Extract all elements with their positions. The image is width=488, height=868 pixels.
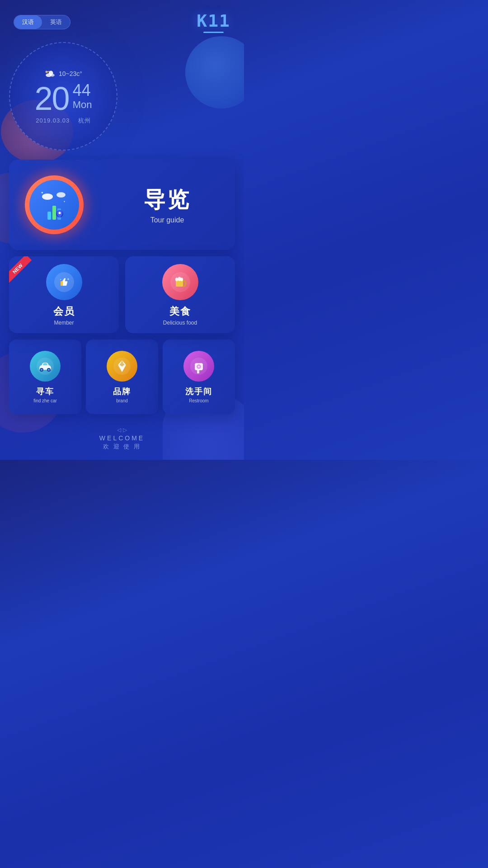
weather-clock-area: 10~23c° 20 44 Mon 2019.03.03 杭州 bbox=[9, 42, 235, 151]
find-car-chinese-label: 寻车 bbox=[36, 386, 54, 397]
time-right: 44 Mon bbox=[73, 82, 92, 115]
weather-icon bbox=[44, 68, 56, 80]
food-icon-circle bbox=[162, 264, 198, 300]
tour-guide-card[interactable]: ✦ ✦ 导览 bbox=[9, 160, 235, 250]
find-car-icon-circle bbox=[30, 351, 61, 382]
tour-text-area: 导览 Tour guide bbox=[99, 185, 235, 224]
svg-text:✦: ✦ bbox=[63, 200, 66, 203]
new-badge bbox=[9, 256, 41, 288]
svg-text:✦: ✦ bbox=[41, 191, 44, 195]
restroom-english-label: Restroom bbox=[189, 398, 208, 403]
restroom-chinese-label: 洗手间 bbox=[185, 386, 212, 397]
app-logo: K11 bbox=[197, 11, 230, 33]
welcome-english: WELCOME bbox=[9, 434, 235, 442]
tour-chinese-label: 导览 bbox=[144, 185, 191, 214]
date-location: 2019.03.03 杭州 bbox=[36, 117, 91, 125]
member-card[interactable]: ✦ ✦ 会员 Member bbox=[9, 256, 119, 333]
food-svg-icon bbox=[169, 271, 191, 293]
restroom-svg-icon bbox=[189, 357, 208, 376]
restroom-card[interactable]: 洗手间 Restroom bbox=[163, 340, 235, 414]
svg-text:✦: ✦ bbox=[67, 278, 70, 281]
find-car-english-label: find zhe car bbox=[33, 398, 57, 403]
brand-card[interactable]: 品牌 brand bbox=[86, 340, 158, 414]
tour-icon-circle: ✦ ✦ bbox=[25, 175, 84, 234]
tour-icon-area: ✦ ✦ bbox=[9, 160, 99, 250]
weather-row: 10~23c° bbox=[44, 68, 82, 80]
lang-english-button[interactable]: 英语 bbox=[42, 15, 70, 29]
date: 2019.03.03 bbox=[36, 117, 70, 124]
minute: 44 bbox=[73, 82, 92, 99]
footer: ◁ ▷ WELCOME 欢 迎 使 用 bbox=[9, 420, 235, 460]
svg-point-34 bbox=[198, 366, 200, 368]
tour-english-label: Tour guide bbox=[150, 216, 184, 224]
tour-icon-inner: ✦ ✦ bbox=[29, 180, 79, 230]
svg-point-21 bbox=[180, 278, 183, 281]
car-svg-icon bbox=[36, 357, 55, 376]
svg-rect-14 bbox=[61, 281, 63, 286]
brand-chinese-label: 品牌 bbox=[113, 386, 131, 397]
member-chinese-label: 会员 bbox=[53, 305, 75, 318]
temperature: 10~23c° bbox=[59, 70, 82, 77]
svg-point-2 bbox=[50, 74, 55, 77]
svg-point-12 bbox=[59, 212, 61, 214]
tour-svg-icon: ✦ ✦ bbox=[36, 187, 72, 223]
bottom-row: 寻车 find zhe car 品牌 brand bbox=[9, 340, 235, 414]
food-english-label: Delicious food bbox=[163, 320, 197, 326]
welcome-chinese: 欢 迎 使 用 bbox=[9, 443, 235, 451]
lang-chinese-button[interactable]: 汉语 bbox=[14, 15, 42, 29]
svg-point-5 bbox=[56, 192, 66, 198]
food-card[interactable]: 美食 Delicious food bbox=[125, 256, 235, 333]
clock-circle: 10~23c° 20 44 Mon 2019.03.03 杭州 bbox=[9, 42, 117, 151]
svg-point-26 bbox=[48, 369, 50, 371]
brand-icon-circle bbox=[107, 351, 137, 382]
brand-english-label: brand bbox=[116, 398, 128, 403]
footer-arrows: ◁ ▷ bbox=[9, 427, 235, 433]
city: 杭州 bbox=[78, 117, 91, 124]
member-english-label: Member bbox=[54, 320, 74, 326]
svg-rect-8 bbox=[47, 212, 51, 220]
main-grid: ✦ ✦ 导览 bbox=[9, 160, 235, 414]
header: 汉语 英语 K11 bbox=[9, 0, 235, 38]
member-svg-icon: ✦ ✦ bbox=[53, 271, 75, 293]
find-car-card[interactable]: 寻车 find zhe car bbox=[9, 340, 81, 414]
svg-point-24 bbox=[41, 369, 42, 371]
language-switcher[interactable]: 汉语 英语 bbox=[14, 15, 70, 29]
member-icon-circle: ✦ ✦ bbox=[46, 264, 82, 300]
hour: 20 bbox=[35, 82, 69, 115]
svg-text:✦: ✦ bbox=[60, 278, 61, 281]
svg-rect-9 bbox=[52, 206, 56, 220]
day-of-week: Mon bbox=[73, 99, 92, 112]
svg-point-3 bbox=[45, 71, 47, 73]
food-chinese-label: 美食 bbox=[169, 305, 191, 318]
svg-point-19 bbox=[175, 278, 178, 281]
time-display: 20 44 Mon bbox=[35, 82, 92, 115]
restroom-icon-circle bbox=[183, 351, 214, 382]
brand-svg-icon bbox=[113, 357, 131, 376]
middle-row: ✦ ✦ 会员 Member bbox=[9, 256, 235, 333]
